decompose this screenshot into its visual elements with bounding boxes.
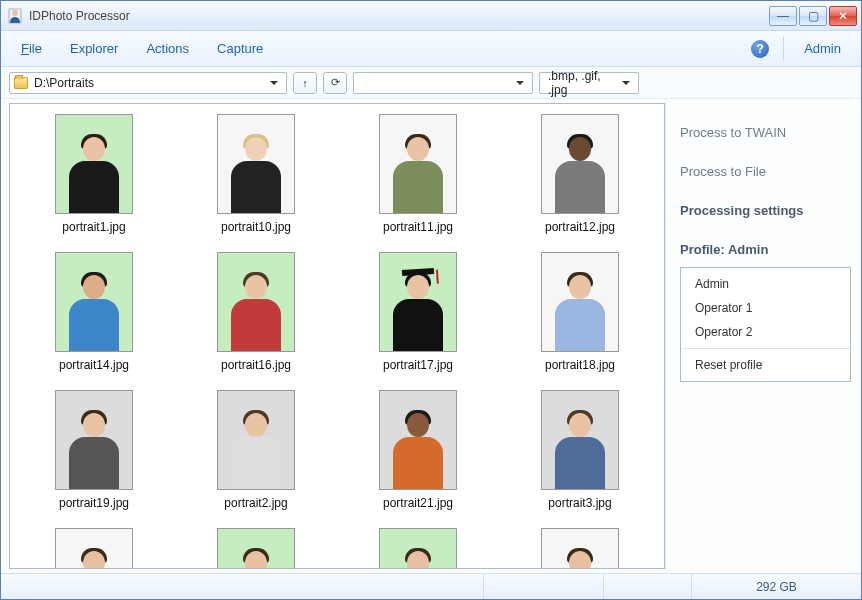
person-silhouette [550, 549, 610, 568]
gallery-panel: portrait1.jpgportrait10.jpgportrait11.jp… [9, 103, 665, 569]
menu-separator [681, 348, 850, 349]
path-text: D:\Portraits [34, 76, 266, 90]
status-cell-1 [483, 574, 603, 599]
thumbnail-image [541, 528, 619, 568]
thumbnail-item[interactable]: portrait21.jpg [348, 390, 488, 510]
refresh-button[interactable]: ⟳ [323, 72, 347, 94]
filter-dropdown[interactable] [353, 72, 533, 94]
profile-menu-item[interactable]: Admin [681, 272, 850, 296]
person-silhouette [226, 549, 286, 568]
status-cell-2 [603, 574, 691, 599]
thumbnail-item[interactable]: portrait12.jpg [510, 114, 650, 234]
thumbnail-label: portrait10.jpg [221, 220, 291, 234]
thumbnail-gallery[interactable]: portrait1.jpgportrait10.jpgportrait11.jp… [10, 104, 664, 568]
thumbnail-label: portrait16.jpg [221, 358, 291, 372]
help-icon[interactable]: ? [751, 40, 769, 58]
thumbnail-label: portrait1.jpg [62, 220, 125, 234]
filetype-dropdown[interactable]: .bmp, .gif, .jpg [539, 72, 639, 94]
arrow-up-icon: ↑ [302, 77, 308, 89]
thumbnail-image [379, 528, 457, 568]
maximize-icon: ▢ [808, 9, 819, 23]
thumbnail-item[interactable] [510, 528, 650, 568]
person-silhouette [64, 411, 124, 489]
person-silhouette [550, 411, 610, 489]
menu-admin[interactable]: Admin [790, 35, 855, 62]
thumbnail-label: portrait12.jpg [545, 220, 615, 234]
thumbnail-item[interactable]: portrait11.jpg [348, 114, 488, 234]
thumbnail-image [55, 390, 133, 490]
profile-label[interactable]: Profile: Admin [680, 230, 851, 265]
menubar: File Explorer Actions Capture ? Admin [1, 31, 861, 67]
thumbnail-image [55, 528, 133, 568]
thumbnail-item[interactable]: portrait2.jpg [186, 390, 326, 510]
person-silhouette [226, 411, 286, 489]
maximize-button[interactable]: ▢ [799, 6, 827, 26]
thumbnail-image [379, 114, 457, 214]
chevron-down-icon [622, 81, 630, 85]
thumbnail-label: portrait2.jpg [224, 496, 287, 510]
thumbnail-label: portrait18.jpg [545, 358, 615, 372]
thumbnail-image [379, 252, 457, 352]
window-controls: — ▢ ✕ [769, 6, 857, 26]
menu-explorer[interactable]: Explorer [56, 35, 132, 62]
side-panel: Process to TWAIN Process to File Process… [665, 99, 861, 573]
close-button[interactable]: ✕ [829, 6, 857, 26]
person-silhouette [64, 549, 124, 568]
profile-menu-item[interactable]: Operator 2 [681, 320, 850, 344]
person-silhouette [226, 135, 286, 213]
thumbnail-label: portrait11.jpg [383, 220, 453, 234]
thumbnail-image [55, 114, 133, 214]
chevron-down-icon [270, 81, 278, 85]
folder-icon [14, 77, 28, 89]
svg-point-0 [12, 10, 18, 16]
person-silhouette [64, 273, 124, 351]
thumbnail-image [217, 390, 295, 490]
app-icon [7, 8, 23, 24]
toolbar: D:\Portraits ↑ ⟳ .bmp, .gif, .jpg [1, 67, 861, 99]
thumbnail-item[interactable]: portrait16.jpg [186, 252, 326, 372]
thumbnail-image [55, 252, 133, 352]
thumbnail-label: portrait21.jpg [383, 496, 453, 510]
path-dropdown[interactable]: D:\Portraits [9, 72, 287, 94]
person-silhouette [64, 135, 124, 213]
thumbnail-item[interactable] [186, 528, 326, 568]
thumbnail-item[interactable]: portrait14.jpg [24, 252, 164, 372]
thumbnail-item[interactable] [24, 528, 164, 568]
menu-file[interactable]: File [7, 35, 56, 62]
reset-profile-item[interactable]: Reset profile [681, 353, 850, 377]
minimize-icon: — [777, 9, 789, 23]
thumbnail-item[interactable]: portrait1.jpg [24, 114, 164, 234]
minimize-button[interactable]: — [769, 6, 797, 26]
thumbnail-item[interactable]: portrait3.jpg [510, 390, 650, 510]
thumbnail-label: portrait19.jpg [59, 496, 129, 510]
thumbnail-item[interactable]: portrait10.jpg [186, 114, 326, 234]
chevron-down-icon [516, 81, 524, 85]
processing-settings-link[interactable]: Processing settings [680, 191, 851, 230]
thumbnail-item[interactable]: portrait19.jpg [24, 390, 164, 510]
process-to-twain-link[interactable]: Process to TWAIN [680, 113, 851, 152]
thumbnail-label: portrait14.jpg [59, 358, 129, 372]
filetype-text: .bmp, .gif, .jpg [544, 69, 618, 97]
menu-actions[interactable]: Actions [132, 35, 203, 62]
thumbnail-image [379, 390, 457, 490]
profile-menu-item[interactable]: Operator 1 [681, 296, 850, 320]
main-content: portrait1.jpgportrait10.jpgportrait11.jp… [1, 99, 861, 573]
menu-separator [783, 37, 784, 61]
process-to-file-link[interactable]: Process to File [680, 152, 851, 191]
close-icon: ✕ [838, 9, 848, 23]
profile-menu: AdminOperator 1Operator 2Reset profile [680, 267, 851, 382]
refresh-icon: ⟳ [331, 76, 340, 89]
menu-capture[interactable]: Capture [203, 35, 277, 62]
person-silhouette [550, 135, 610, 213]
thumbnail-label: portrait3.jpg [548, 496, 611, 510]
person-silhouette [388, 411, 448, 489]
thumbnail-item[interactable]: portrait18.jpg [510, 252, 650, 372]
thumbnail-item[interactable]: portrait17.jpg [348, 252, 488, 372]
thumbnail-item[interactable] [348, 528, 488, 568]
person-silhouette [388, 135, 448, 213]
thumbnail-image [541, 390, 619, 490]
thumbnail-image [541, 252, 619, 352]
up-folder-button[interactable]: ↑ [293, 72, 317, 94]
thumbnail-image [217, 528, 295, 568]
person-silhouette [388, 549, 448, 568]
